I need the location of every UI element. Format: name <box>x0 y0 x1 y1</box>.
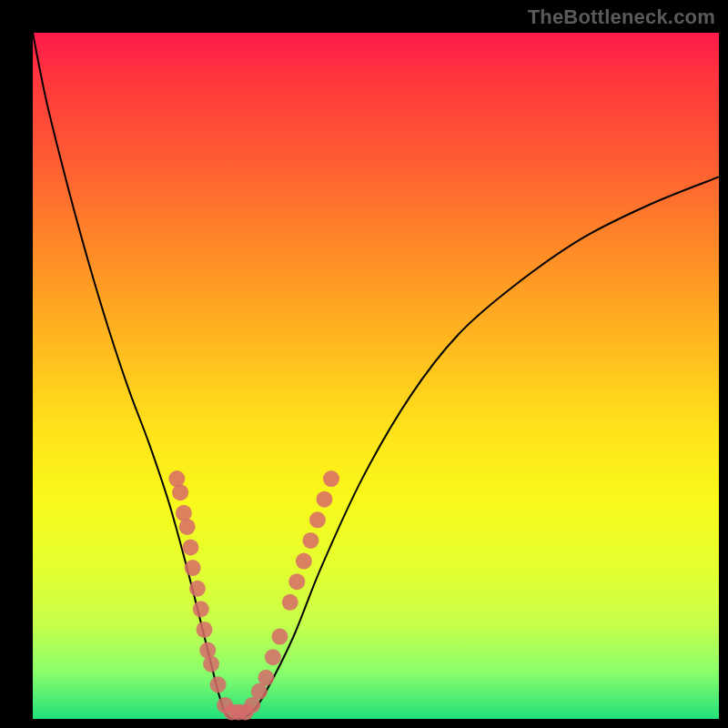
plot-area <box>33 33 719 719</box>
data-point <box>185 560 201 576</box>
chart-svg <box>33 33 719 719</box>
chart-frame: TheBottleneck.com <box>0 0 728 728</box>
data-point <box>193 601 209 617</box>
data-point <box>271 629 288 645</box>
data-point <box>197 622 213 638</box>
data-point <box>258 670 274 686</box>
watermark-text: TheBottleneck.com <box>528 5 715 29</box>
data-point <box>176 505 192 521</box>
data-point <box>288 573 305 590</box>
data-point <box>316 491 332 508</box>
data-point <box>302 532 318 549</box>
data-point <box>282 594 298 611</box>
data-point <box>179 519 196 535</box>
data-point <box>265 649 281 665</box>
data-point-layer <box>168 470 339 720</box>
data-point <box>203 656 219 672</box>
data-point <box>199 642 216 659</box>
bottleneck-curve <box>33 33 719 720</box>
data-point <box>323 470 339 487</box>
data-point <box>296 553 312 570</box>
data-point <box>210 676 227 693</box>
data-point <box>182 540 198 556</box>
data-point <box>189 581 206 597</box>
data-point <box>172 484 188 500</box>
data-point <box>309 511 326 528</box>
data-point <box>168 470 185 487</box>
